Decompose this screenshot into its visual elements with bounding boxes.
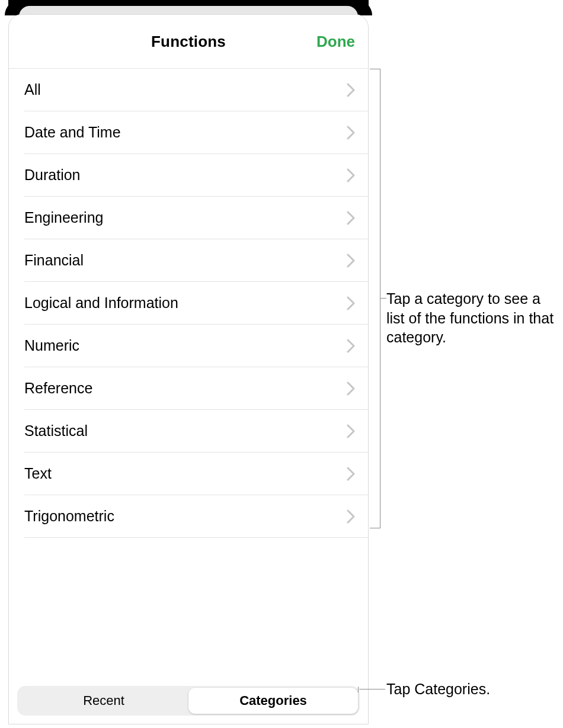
callout-seg-text: Tap Categories. [386, 679, 490, 699]
category-label: Duration [24, 166, 81, 184]
functions-sheet: Functions Done All Date and Time Duratio… [8, 14, 369, 724]
chevron-right-icon [347, 424, 355, 438]
chevron-right-icon [347, 211, 355, 225]
category-row-date-and-time[interactable]: Date and Time [9, 111, 368, 153]
category-label: Engineering [24, 209, 103, 226]
category-list: All Date and Time Duration Engineering F… [9, 68, 368, 538]
category-row-reference[interactable]: Reference [9, 367, 368, 409]
segment-categories[interactable]: Categories [188, 688, 358, 714]
segment-recent[interactable]: Recent [19, 688, 188, 714]
category-label: Reference [24, 380, 92, 397]
sheet-header: Functions Done [9, 15, 368, 68]
category-label: Financial [24, 252, 84, 269]
callout-bracket [370, 69, 380, 528]
sheet-title: Functions [151, 33, 226, 51]
category-row-financial[interactable]: Financial [9, 239, 368, 281]
category-label: Statistical [24, 422, 88, 440]
chevron-right-icon [347, 467, 355, 481]
category-label: All [24, 81, 41, 98]
callout-bracket-stem [380, 298, 386, 299]
chevron-right-icon [347, 83, 355, 97]
done-button[interactable]: Done [316, 15, 355, 68]
chevron-right-icon [347, 168, 355, 182]
category-row-trigonometric[interactable]: Trigonometric [9, 495, 368, 537]
category-row-text[interactable]: Text [9, 453, 368, 495]
chevron-right-icon [347, 126, 355, 140]
category-row-duration[interactable]: Duration [9, 154, 368, 196]
category-row-all[interactable]: All [9, 69, 368, 111]
chevron-right-icon [347, 381, 355, 396]
category-label: Numeric [24, 337, 79, 354]
view-switch-segmented[interactable]: Recent Categories [17, 686, 360, 716]
category-label: Text [24, 465, 52, 482]
category-row-engineering[interactable]: Engineering [9, 197, 368, 239]
category-row-statistical[interactable]: Statistical [9, 410, 368, 452]
category-label: Logical and Information [24, 294, 178, 312]
chevron-right-icon [347, 339, 355, 353]
category-label: Date and Time [24, 124, 121, 141]
callout-list-text: Tap a category to see a list of the func… [386, 289, 558, 347]
category-row-logical-and-information[interactable]: Logical and Information [9, 282, 368, 324]
callout-seg-pointer [359, 689, 385, 689]
chevron-right-icon [347, 296, 355, 310]
chevron-right-icon [347, 254, 355, 268]
category-label: Trigonometric [24, 508, 114, 525]
category-row-numeric[interactable]: Numeric [9, 325, 368, 367]
chevron-right-icon [347, 509, 355, 524]
